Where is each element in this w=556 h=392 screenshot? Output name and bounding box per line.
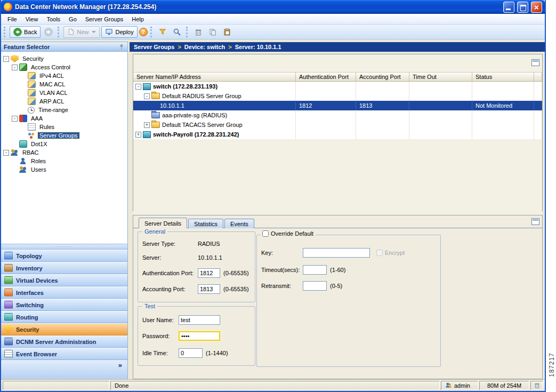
tree-item-vlan-acl[interactable]: VLAN ACL — [1, 89, 127, 97]
tree-item-arp-acl[interactable]: ARP ACL — [1, 97, 127, 106]
nav-panel-interfaces[interactable]: Interfaces — [1, 286, 127, 299]
menu-go[interactable]: Go — [65, 15, 81, 23]
collapse-expander[interactable] — [12, 65, 18, 70]
float-panel-button[interactable] — [531, 59, 539, 66]
column-header-status[interactable]: Status — [472, 73, 534, 81]
new-dropdown-caret-icon — [92, 31, 96, 33]
row-auth-port — [296, 110, 356, 120]
roles-icon — [19, 157, 27, 165]
nav-panel-virtual-devices[interactable]: Virtual Devices — [1, 274, 127, 286]
nav-panel-dcnm-server-administration[interactable]: DCNM Server Administration — [1, 335, 127, 348]
expand-expander[interactable] — [135, 132, 141, 138]
table-row-default-tacacs-group[interactable]: Default TACACS Server Group — [133, 120, 542, 130]
nav-panel-label: DCNM Server Administration — [16, 339, 96, 345]
nav-panel-switching[interactable]: Switching — [1, 299, 127, 311]
tree-item-users[interactable]: Users — [1, 165, 127, 174]
nav-panel-topology[interactable]: Topology — [1, 250, 127, 262]
tree-item-time-range[interactable]: Time-range — [1, 106, 127, 114]
forward-icon — [44, 28, 53, 36]
tree-item-label: Access Control — [29, 64, 72, 70]
user-name-label: User Name: — [142, 317, 179, 323]
retransmit-field[interactable] — [303, 281, 327, 291]
tree-item-rules[interactable]: Rules — [1, 123, 127, 131]
tab-server-details[interactable]: Server Details — [139, 218, 187, 228]
authentication-port-field[interactable] — [198, 268, 220, 278]
nav-panel-inventory[interactable]: Inventory — [1, 262, 127, 274]
deploy-button[interactable]: Deploy — [101, 26, 137, 38]
menu-help[interactable]: Help — [127, 15, 148, 23]
column-pin-header[interactable] — [534, 73, 542, 81]
breadcrumb-separator: > — [228, 44, 231, 50]
collapse-expander[interactable] — [12, 116, 18, 122]
menu-file[interactable]: File — [3, 15, 21, 23]
table-row-switch-payroll[interactable]: switch-Payroll (172.28.231.242) — [133, 130, 542, 139]
tree-item-server-groups[interactable]: Server Groups — [1, 131, 127, 140]
column-header-authentication-port[interactable]: Authentication Port — [296, 73, 356, 81]
nav-panel-event-browser[interactable]: Event Browser — [1, 348, 127, 360]
retransmit-label: Retransmit: — [261, 283, 303, 289]
user-name-field[interactable] — [179, 315, 220, 325]
breadcrumb: Server Groups > Device: switch > Server:… — [130, 42, 545, 52]
expand-expander[interactable] — [144, 122, 150, 128]
menu-tools[interactable]: Tools — [42, 15, 65, 23]
breadcrumb-part[interactable]: Server Groups — [134, 44, 174, 50]
menu-view[interactable]: View — [21, 15, 43, 23]
server-type-value: RADIUS — [198, 241, 220, 247]
status-trash-cell[interactable] — [530, 381, 543, 390]
override-default-label: Override Default — [271, 230, 313, 237]
copy-button[interactable] — [206, 26, 219, 38]
collapse-panels-button[interactable]: » — [116, 361, 124, 369]
tree-item-roles[interactable]: Roles — [1, 157, 127, 165]
filter-button[interactable] — [156, 26, 169, 38]
key-field[interactable] — [303, 248, 370, 258]
tree-item-access-control[interactable]: Access Control — [1, 63, 127, 71]
minimize-button[interactable] — [503, 2, 514, 13]
security-shield-icon — [11, 55, 19, 62]
breadcrumb-part[interactable]: Device: switch — [184, 44, 225, 50]
menu-server-groups[interactable]: Server Groups — [81, 15, 128, 23]
override-default-checkbox[interactable] — [262, 230, 269, 237]
breadcrumb-part[interactable]: Server: 10.10.1.1 — [235, 44, 281, 50]
pin-icon[interactable] — [118, 43, 125, 51]
tree-item-ipv4-acl[interactable]: IPv4 ACL — [1, 71, 127, 80]
help-button[interactable]: ? — [139, 28, 148, 36]
restore-button[interactable] — [517, 2, 528, 13]
back-button[interactable]: Back — [10, 26, 41, 38]
timeout-field[interactable] — [303, 265, 327, 275]
collapse-expander[interactable] — [3, 56, 9, 62]
float-panel-button[interactable] — [531, 218, 539, 225]
table-row-default-radius-group[interactable]: Default RADIUS Server Group — [133, 91, 542, 101]
idle-time-field[interactable] — [179, 348, 203, 358]
column-header-server-name[interactable]: Server Name/IP Address — [133, 73, 296, 81]
table-row-aaa-private-sg[interactable]: aaa-private-sg (RADIUS) — [133, 110, 542, 120]
collapse-expander[interactable] — [144, 93, 150, 99]
table-row-server-10-10-1-1[interactable]: 10.10.1.1 1812 1813 Not Monitored — [133, 101, 542, 110]
feature-selector-title: Feature Selector — [4, 44, 50, 50]
table-row-switch[interactable]: switch (172.28.231.193) — [133, 82, 542, 91]
column-header-accounting-port[interactable]: Accounting Port — [356, 73, 409, 81]
column-header-time-out[interactable]: Time Out — [409, 73, 472, 81]
nav-panel-routing[interactable]: Routing — [1, 311, 127, 323]
tree-item-mac-acl[interactable]: MAC ACL — [1, 80, 127, 89]
tree-item-security[interactable]: Security — [1, 54, 127, 63]
password-field[interactable] — [179, 331, 220, 341]
search-tools-button[interactable] — [171, 26, 183, 38]
accounting-port-field[interactable] — [198, 284, 220, 294]
collapse-expander[interactable] — [3, 150, 9, 156]
clock-icon — [28, 107, 35, 114]
paste-button[interactable] — [221, 26, 233, 38]
delete-button[interactable] — [192, 26, 205, 38]
close-button[interactable] — [531, 2, 542, 13]
panel-splitter[interactable]: ······· — [1, 244, 127, 250]
topology-icon — [4, 252, 13, 260]
users-icon — [19, 166, 27, 173]
routing-icon — [4, 313, 13, 321]
tree-item-rbac[interactable]: RBAC — [1, 148, 127, 157]
nav-panel-security[interactable]: Security — [1, 323, 127, 335]
row-status — [472, 91, 534, 101]
collapse-expander[interactable] — [135, 84, 141, 90]
tab-statistics[interactable]: Statistics — [188, 219, 223, 228]
tree-item-aaa[interactable]: AAA — [1, 114, 127, 123]
tab-events[interactable]: Events — [224, 219, 254, 228]
tree-item-dot1x[interactable]: Dot1X — [1, 140, 127, 148]
